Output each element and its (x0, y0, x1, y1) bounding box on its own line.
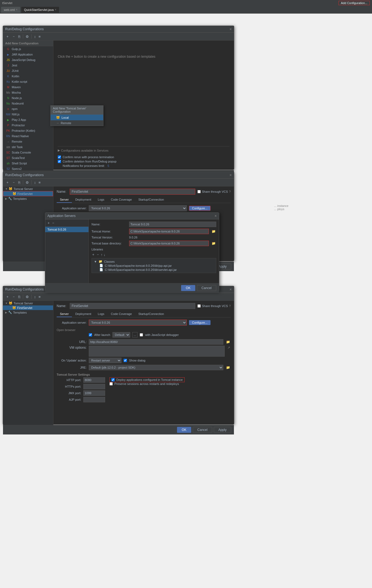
tab-web-xml[interactable]: web.xml × (1, 7, 20, 13)
templates-tree-node-3[interactable]: ▶ 🔧 Templates (3, 310, 53, 315)
preserve-sessions-checkbox[interactable] (109, 382, 113, 385)
vm-options-input[interactable] (89, 346, 225, 357)
app-servers-cancel[interactable]: Cancel (197, 285, 216, 291)
settings-btn-3[interactable]: ⚙ (25, 294, 30, 299)
lib-up-btn[interactable]: ↑ (101, 252, 103, 257)
group-btn-3[interactable]: ≡ (38, 294, 42, 299)
remove-btn-3[interactable]: － (11, 294, 17, 300)
configure-btn-3[interactable]: Configure... (189, 320, 211, 325)
home-folder-btn[interactable]: 📁 (211, 229, 216, 233)
config-javascript-debug[interactable]: JS JavaScript Debug (3, 57, 53, 63)
limit-value[interactable]: 5 (108, 164, 109, 167)
jmx-port-input[interactable] (83, 390, 105, 396)
config-kotlin[interactable]: K Kotlin (3, 74, 53, 79)
name-input-2[interactable] (70, 189, 195, 195)
lib-down-btn[interactable]: ↓ (104, 252, 106, 257)
tab-quickstartservlet[interactable]: QuickStartServlet.java × (21, 7, 59, 13)
tab-web-xml-close[interactable]: × (16, 8, 17, 11)
ajp-port-input[interactable] (83, 397, 105, 402)
vm-options-expand-btn[interactable]: ↗ (227, 346, 231, 350)
https-port-input[interactable] (83, 384, 105, 389)
show-dialog-checkbox[interactable] (124, 359, 127, 362)
tab-startup-2[interactable]: Startup/Connection (135, 197, 167, 203)
jre-select[interactable]: Default (jdk-12.0.2 - project SDK) (89, 365, 223, 370)
tab-server-3[interactable]: Server (57, 311, 72, 317)
config-jest[interactable]: J Jest (3, 63, 53, 68)
config-remote[interactable]: → Remote (3, 139, 53, 144)
config-sbt[interactable]: sbt sbt Task (3, 144, 53, 150)
firstservlet-tree-node[interactable]: 🐱 FirstServlet (3, 191, 53, 196)
tab-deployment-2[interactable]: Deployment (72, 197, 94, 203)
config-scalatest[interactable]: ST ScalaTest (3, 155, 53, 161)
configure-btn-2[interactable]: Configure... (189, 206, 211, 211)
tab-code-coverage-3[interactable]: Code Coverage (108, 311, 135, 317)
tab-deployment-3[interactable]: Deployment (72, 311, 94, 317)
add-btn-3[interactable]: ＋ (5, 294, 10, 300)
tomcat-server-tree-node[interactable]: ▼ 🐱 Tomcat Server (3, 186, 53, 191)
as-home-input[interactable] (129, 229, 209, 234)
name-input-3[interactable] (70, 303, 195, 309)
lib-add-btn[interactable]: ＋ (92, 252, 95, 257)
config-npm[interactable]: n npm (3, 106, 53, 112)
config-nwjs[interactable]: NW NW.js (3, 112, 53, 117)
sort-btn-2[interactable]: ↕ (33, 180, 37, 185)
js-debugger-checkbox-3[interactable] (140, 333, 143, 336)
tree-expand-templates-3[interactable]: ▶ (5, 311, 7, 314)
tab-code-coverage-2[interactable]: Code Coverage (108, 197, 135, 203)
vcs-help-icon-3[interactable]: ? (229, 304, 231, 308)
add-btn[interactable]: ＋ (5, 33, 10, 39)
group-btn[interactable]: ≡ (38, 34, 42, 39)
copy-btn-3[interactable]: ⎘ (17, 294, 22, 299)
http-port-input[interactable] (83, 377, 105, 383)
firstservlet-tree-node-3[interactable]: 🐱 FirstServlet (3, 305, 53, 310)
as-name-input[interactable] (129, 222, 216, 227)
apply-button-3[interactable]: Apply (214, 427, 231, 433)
config-specs2[interactable]: S2 Specs2 (3, 166, 53, 170)
config-jar-application[interactable]: ▶ JAR Application (3, 52, 53, 57)
settings-btn[interactable]: ⚙ (25, 34, 30, 39)
tomcat-server-tree-node-3[interactable]: ▼ 🐱 Tomcat Server (3, 301, 53, 305)
sort-btn[interactable]: ↕ (33, 34, 37, 39)
dialog-close-2[interactable]: × (230, 173, 232, 177)
app-servers-ok[interactable]: OK (181, 285, 195, 291)
tab-server-2[interactable]: Server (57, 197, 72, 203)
url-input[interactable] (89, 339, 223, 345)
config-play2[interactable]: ▶ Play 2 App (3, 117, 53, 122)
basedir-folder-btn[interactable]: 📁 (211, 241, 216, 245)
share-vcs-checkbox-2[interactable] (197, 190, 201, 193)
templates-tree-node[interactable]: ▶ 🔧 Templates (3, 196, 53, 201)
config-shell-script[interactable]: sh Shell Script (3, 161, 53, 166)
browser-select-3[interactable]: Default (112, 332, 130, 338)
tomcat-remote-item[interactable]: → Remote (51, 120, 103, 126)
confirm-rerun-checkbox[interactable] (58, 155, 61, 159)
dialog-close-3[interactable]: × (230, 287, 232, 292)
vcs-help-icon[interactable]: ? (229, 190, 231, 193)
as-basedir-input[interactable] (129, 241, 209, 246)
browser-extra-btn-3[interactable]: ... (132, 332, 138, 338)
group-btn-2[interactable]: ≡ (38, 180, 42, 185)
config-nodeunit[interactable]: Nu Nodeunit (3, 101, 53, 106)
config-protractor-kotlin[interactable]: PK Protractor (Kotlin) (3, 128, 53, 133)
remove-btn[interactable]: － (11, 33, 17, 39)
settings-btn-2[interactable]: ⚙ (25, 180, 30, 185)
confirm-deletion-checkbox[interactable] (58, 160, 61, 163)
tab-quickstartservlet-close[interactable]: × (55, 8, 56, 11)
ok-button-3[interactable]: OK (177, 427, 191, 433)
tree-expand-tomcat[interactable]: ▼ (5, 188, 8, 190)
copy-btn-2[interactable]: ⎘ (17, 180, 22, 185)
add-btn-2[interactable]: ＋ (5, 179, 10, 185)
app-server-select-3[interactable]: Tomcat 9.0.26 (89, 320, 187, 326)
available-services-header[interactable]: ▶ Configurations available in Services (58, 149, 230, 152)
app-server-select-2[interactable]: Tomcat 9.0.26 (89, 205, 187, 211)
dialog-close-1[interactable]: × (230, 27, 232, 31)
tree-expand-tomcat-3[interactable]: ▼ (5, 302, 8, 305)
config-react-native[interactable]: RN React Native (3, 133, 53, 139)
config-maven[interactable]: M Maven (3, 84, 53, 90)
after-launch-checkbox-3[interactable] (89, 333, 92, 336)
deploy-tomcat-checkbox[interactable] (111, 378, 115, 381)
config-mocha[interactable]: Mo Mocha (3, 90, 53, 95)
remove-server-btn[interactable]: － (51, 220, 55, 225)
config-scala-console[interactable]: SC Scala Console (3, 150, 53, 155)
tomcat-9026-item[interactable]: Tomcat 9.0.26 (45, 227, 89, 232)
classes-expand[interactable]: ▼ (94, 260, 97, 263)
